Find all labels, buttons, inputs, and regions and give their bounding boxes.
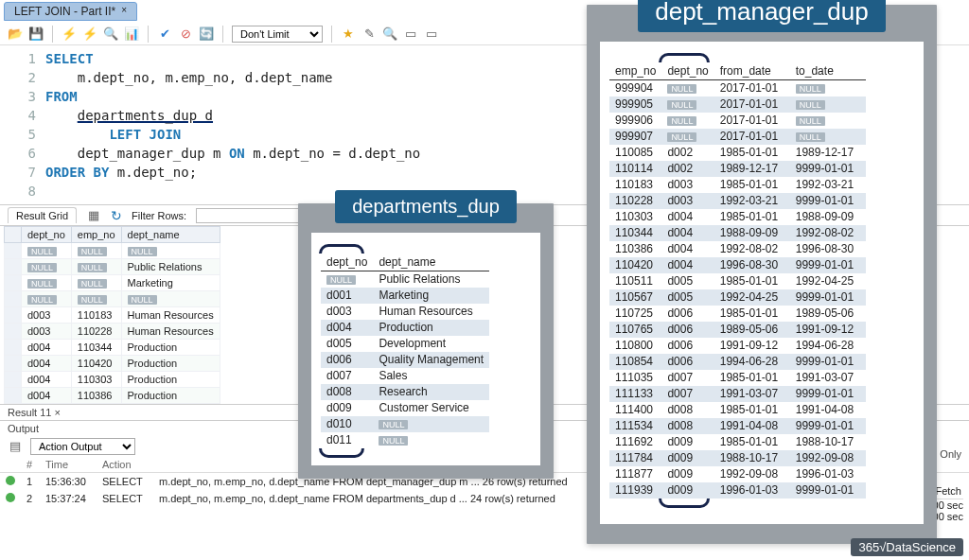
find-icon[interactable]: 🔍 xyxy=(382,26,397,42)
table-row: 111035d0071985-01-011991-03-07 xyxy=(609,370,866,386)
table-row: 111692d0091985-01-011988-10-17 xyxy=(609,434,866,450)
callout-title: departments_dup xyxy=(335,190,517,223)
table-row[interactable]: d003110183Human Resources xyxy=(5,307,220,324)
table-row: 999905NULL2017-01-01NULL xyxy=(609,96,866,113)
table-row[interactable]: d004110386Production xyxy=(5,388,220,404)
table-row: 999907NULL2017-01-01NULL xyxy=(609,129,866,145)
table-row: 111400d0081985-01-011991-04-08 xyxy=(609,402,866,418)
table-row: 110114d0021989-12-179999-01-01 xyxy=(609,161,866,177)
table-row[interactable]: d004110303Production xyxy=(5,372,220,388)
table-row: 110344d0041988-09-091992-08-02 xyxy=(609,225,866,241)
table-row: d008Research xyxy=(321,384,489,400)
table-row: 999904NULL2017-01-01NULL xyxy=(609,80,866,96)
table-row: 111534d0081991-04-089999-01-01 xyxy=(609,418,866,434)
table-row[interactable]: NULLNULLNULL xyxy=(5,243,220,259)
table-row[interactable]: NULLNULLNULL xyxy=(5,291,220,307)
col-header[interactable]: emp_no xyxy=(71,227,121,243)
close-icon[interactable]: × xyxy=(121,5,127,18)
table-row[interactable]: d004110420Production xyxy=(5,356,220,372)
table-row: 110567d0051992-04-259999-01-01 xyxy=(609,289,866,306)
refresh-icon[interactable]: ↻ xyxy=(111,208,122,223)
col-header[interactable]: dept_name xyxy=(121,227,220,243)
table-row: 110725d0061985-01-011989-05-06 xyxy=(609,306,866,322)
table-row: 110511d0051985-01-011992-04-25 xyxy=(609,273,866,289)
table-row: d007Sales xyxy=(321,368,489,384)
beautify-icon[interactable]: ✎ xyxy=(361,26,377,42)
save-icon[interactable]: 💾 xyxy=(28,26,44,42)
result-grid-table[interactable]: dept_no emp_no dept_name NULLNULLNULLNUL… xyxy=(4,226,220,404)
stop-icon[interactable]: ⊘ xyxy=(178,26,193,42)
grid-icon[interactable]: ▦ xyxy=(86,208,101,223)
callout-departments: departments_dup dept_no dept_name NULLPu… xyxy=(298,203,554,479)
table-row: 111784d0091988-10-171992-09-08 xyxy=(609,450,866,466)
callout-title: dept_manager_dup xyxy=(638,0,886,32)
table-row: 111939d0091996-01-039999-01-01 xyxy=(609,482,866,499)
managers-table: emp_no dept_no from_date to_date 999904N… xyxy=(609,62,866,499)
table-row: d010NULL xyxy=(321,416,489,432)
table-row: 110085d0021985-01-011989-12-17 xyxy=(609,145,866,161)
table-row: d009Customer Service xyxy=(321,400,489,416)
table-row[interactable]: d004110344Production xyxy=(5,340,220,356)
departments-table: dept_no dept_name NULLPublic Relationsd0… xyxy=(321,254,489,448)
table-row[interactable]: d003110228Human Resources xyxy=(5,324,220,340)
filter-label: Filter Rows: xyxy=(132,210,186,221)
plan-icon[interactable]: 📊 xyxy=(124,26,139,42)
logo-badge: 365√DataScience xyxy=(851,538,963,556)
explain-icon[interactable]: 🔍 xyxy=(103,26,118,42)
execute-icon[interactable]: ⚡ xyxy=(62,26,77,42)
table-row: 110228d0031992-03-219999-01-01 xyxy=(609,193,866,209)
panel2-icon[interactable]: ▭ xyxy=(424,26,439,42)
commit-icon[interactable]: ✔ xyxy=(157,26,172,42)
table-row: 111877d0091992-09-081996-01-03 xyxy=(609,466,866,482)
table-row: 110854d0061994-06-289999-01-01 xyxy=(609,354,866,370)
table-row: 110386d0041992-08-021996-08-30 xyxy=(609,241,866,257)
favorite-icon[interactable]: ★ xyxy=(341,26,356,42)
open-icon[interactable]: 📂 xyxy=(8,26,23,42)
table-row[interactable]: NULLNULLMarketing xyxy=(5,275,220,291)
result-tab[interactable]: Result 11 × xyxy=(8,407,61,418)
table-row[interactable]: NULLNULLPublic Relations xyxy=(5,259,220,275)
limit-select[interactable]: Don't Limit xyxy=(232,26,323,43)
table-row: d011NULL xyxy=(321,432,489,448)
panel-icon[interactable]: ▭ xyxy=(403,26,418,42)
table-row: 111133d0071991-03-079999-01-01 xyxy=(609,386,866,402)
filter-input[interactable] xyxy=(196,208,309,223)
result-grid-tab[interactable]: Result Grid xyxy=(8,207,77,223)
output-list-icon[interactable]: ▤ xyxy=(8,439,23,454)
table-row: NULLPublic Relations xyxy=(321,271,489,288)
execute-current-icon[interactable]: ⚡ xyxy=(82,26,97,42)
table-row: d001Marketing xyxy=(321,288,489,304)
table-row: d005Development xyxy=(321,336,489,352)
table-row: d003Human Resources xyxy=(321,304,489,320)
table-row: 110303d0041985-01-011988-09-09 xyxy=(609,209,866,225)
editor-tab-label: LEFT JOIN - Part II* xyxy=(14,5,115,18)
table-row: 110765d0061989-05-061991-09-12 xyxy=(609,322,866,338)
table-row: 110183d0031985-01-011992-03-21 xyxy=(609,177,866,193)
editor-tab[interactable]: LEFT JOIN - Part II* × xyxy=(4,2,137,21)
table-row: 110800d0061991-09-121994-06-28 xyxy=(609,338,866,354)
reconnect-icon[interactable]: 🔄 xyxy=(199,26,214,42)
table-row: d006Quality Management xyxy=(321,352,489,368)
col-header[interactable]: dept_no xyxy=(22,227,72,243)
output-type-select[interactable]: Action Output xyxy=(30,438,135,455)
table-row: 999906NULL2017-01-01NULL xyxy=(609,113,866,129)
table-row: 110420d0041996-08-309999-01-01 xyxy=(609,257,866,273)
table-row: d004Production xyxy=(321,320,489,336)
callout-managers: dept_manager_dup emp_no dept_no from_dat… xyxy=(587,5,937,544)
